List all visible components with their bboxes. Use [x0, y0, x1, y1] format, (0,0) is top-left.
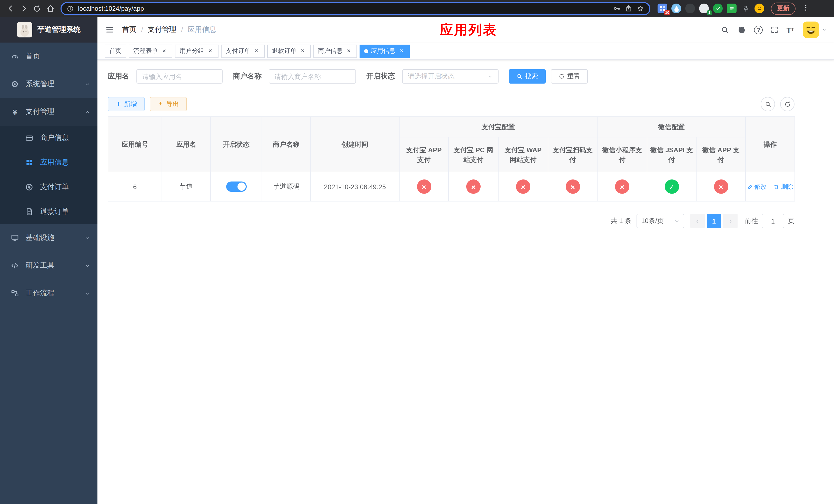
column-header-alipay-app: 支付宝 APP 支付 — [399, 137, 448, 172]
sidebar-item-payment[interactable]: ¥ 支付管理 — [0, 98, 97, 125]
extension-icon-3[interactable] — [685, 4, 695, 13]
pagination-total: 共 1 条 — [611, 216, 631, 226]
page-size-select[interactable]: 10条/页 — [637, 214, 684, 228]
chevron-up-icon — [85, 109, 90, 115]
hamburger-icon[interactable] — [97, 25, 122, 35]
browser-home-button[interactable] — [44, 2, 57, 15]
sidebar-item-refund-order[interactable]: 退款订单 — [0, 200, 97, 224]
search-icon[interactable] — [721, 25, 730, 34]
add-button[interactable]: 新增 — [108, 97, 145, 111]
share-icon[interactable] — [625, 5, 632, 12]
toggle-search-button[interactable] — [761, 97, 775, 111]
sidebar-item-app-info[interactable]: 应用信息 — [0, 150, 97, 175]
close-icon[interactable]: × — [207, 47, 214, 54]
chevron-down-icon — [85, 291, 90, 296]
export-button[interactable]: 导出 — [150, 97, 187, 111]
export-button-label: 导出 — [166, 100, 179, 109]
status-fail-icon: × — [615, 180, 629, 194]
github-icon[interactable] — [737, 25, 747, 35]
search-button-label: 搜索 — [525, 72, 538, 81]
app-title: 芋道管理系统 — [38, 25, 81, 35]
payment-submenu: 商户信息 应用信息 支付订单 退款订单 — [0, 125, 97, 224]
sidebar-item-dev-tools[interactable]: 研发工具 — [0, 252, 97, 279]
extensions-area: 10 1 — [655, 4, 767, 13]
navbar: 首页 / 支付管理 / 应用信息 应用列表 ? TT — [97, 17, 834, 43]
tab-user-group[interactable]: 用户分组× — [175, 44, 219, 58]
sidebar-item-home[interactable]: 首页 — [0, 43, 97, 70]
sidebar-item-pay-order[interactable]: 支付订单 — [0, 175, 97, 200]
user-avatar[interactable] — [803, 22, 827, 38]
tab-app-info[interactable]: 应用信息× — [359, 44, 410, 58]
site-info-icon[interactable] — [67, 5, 74, 12]
column-header-wechat-app: 微信 APP 支付 — [696, 137, 746, 172]
sidebar-item-merchant-info[interactable]: 商户信息 — [0, 125, 97, 150]
cell-alipay-pc: × — [448, 172, 498, 201]
password-key-icon[interactable] — [613, 5, 621, 12]
browser-menu-icon[interactable] — [799, 3, 812, 14]
column-header-wechat-mini: 微信小程序支付 — [597, 137, 647, 172]
prev-page-button[interactable]: ‹ — [690, 214, 705, 228]
update-label: 更新 — [777, 4, 789, 13]
edit-link[interactable]: 修改 — [747, 182, 767, 191]
add-button-label: 新增 — [124, 100, 137, 109]
refresh-icon — [784, 101, 791, 108]
extension-icon-2[interactable] — [672, 4, 681, 13]
delete-link[interactable]: 删除 — [774, 182, 793, 191]
status-toggle[interactable] — [226, 182, 246, 192]
browser-refresh-button[interactable] — [31, 2, 43, 15]
profile-avatar-icon[interactable] — [754, 4, 764, 13]
extension-icon-6[interactable] — [727, 4, 737, 13]
sidebar-item-workflow[interactable]: 工作流程 — [0, 279, 97, 307]
column-header-merchant-name: 商户名称 — [262, 117, 311, 172]
toggle-knob — [237, 183, 245, 191]
tab-home[interactable]: 首页 — [105, 44, 126, 58]
search-icon — [765, 101, 771, 108]
tab-pay-order[interactable]: 支付订单× — [221, 44, 265, 58]
next-page-button[interactable]: › — [723, 214, 738, 228]
close-icon[interactable]: × — [299, 47, 306, 54]
extension-badge: 1 — [707, 10, 712, 15]
close-icon[interactable]: × — [345, 47, 352, 54]
close-icon[interactable]: × — [398, 47, 405, 54]
sidebar-logo[interactable]: 芋道管理系统 — [0, 17, 97, 43]
fullscreen-icon[interactable] — [771, 26, 779, 34]
plus-icon — [115, 101, 122, 107]
status-select[interactable]: 请选择开启状态 — [402, 69, 499, 84]
address-bar[interactable]: localhost:1024/pay/app — [61, 2, 650, 15]
table-toolbar: 新增 导出 — [108, 97, 794, 111]
extension-icon-4[interactable]: 1 — [699, 4, 709, 13]
sidebar: 芋道管理系统 首页 系统管理 ¥ 支付管理 商户信息 — [0, 17, 97, 504]
browser-back-button[interactable] — [4, 2, 16, 15]
merchant-name-input[interactable] — [275, 72, 350, 80]
refresh-table-button[interactable] — [780, 97, 794, 111]
grid-icon — [25, 158, 34, 167]
breadcrumb-section[interactable]: 支付管理 — [148, 25, 176, 35]
delete-label: 删除 — [781, 182, 793, 191]
browser-update-button[interactable]: 更新 — [771, 2, 795, 15]
cell-wechat-jsapi: ✓ — [647, 172, 696, 201]
reset-button[interactable]: 重置 — [551, 69, 588, 84]
font-size-icon[interactable]: TT — [787, 26, 794, 33]
pin-icon[interactable] — [741, 4, 750, 13]
sidebar-item-infra[interactable]: 基础设施 — [0, 224, 97, 252]
close-icon[interactable]: × — [160, 47, 168, 54]
column-header-app-name: 应用名 — [162, 117, 211, 172]
sidebar-item-label: 支付管理 — [26, 107, 54, 116]
app-name-input[interactable] — [142, 72, 217, 80]
search-button[interactable]: 搜索 — [509, 69, 546, 84]
tab-process-form[interactable]: 流程表单× — [129, 44, 172, 58]
page-number-1[interactable]: 1 — [707, 214, 721, 228]
help-icon[interactable]: ? — [754, 25, 763, 34]
goto-page-input[interactable] — [762, 214, 784, 228]
extension-icon-1[interactable]: 10 — [658, 4, 667, 13]
breadcrumb-home[interactable]: 首页 — [122, 25, 136, 35]
extension-icon-5[interactable] — [713, 4, 723, 13]
close-icon[interactable]: × — [253, 47, 260, 54]
browser-forward-button[interactable] — [18, 2, 30, 15]
bookmark-star-icon[interactable] — [637, 5, 644, 12]
tab-refund-order[interactable]: 退款订单× — [267, 44, 311, 58]
tab-merchant-info[interactable]: 商户信息× — [313, 44, 357, 58]
status-select-placeholder: 请选择开启状态 — [408, 72, 455, 81]
sidebar-item-system[interactable]: 系统管理 — [0, 70, 97, 98]
status-fail-icon: × — [566, 180, 580, 194]
